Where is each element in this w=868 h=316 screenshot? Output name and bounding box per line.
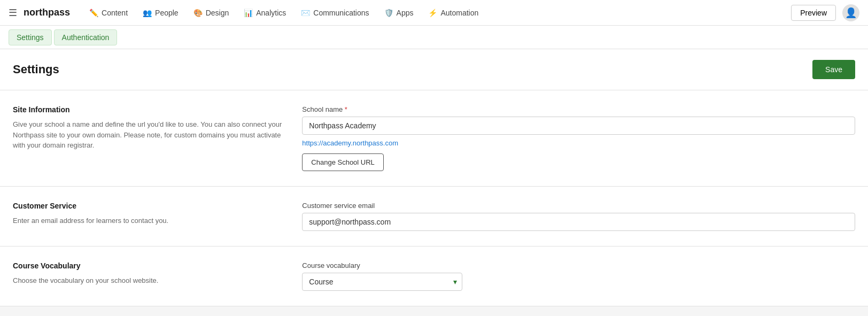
subnav-item-authentication[interactable]: Authentication [54, 29, 118, 45]
site-info-right: School name * https://academy.northpass.… [302, 105, 855, 171]
course-vocab-desc: Choose the vocabulary on your school web… [13, 275, 289, 286]
course-vocab-title: Course Vocabulary [13, 261, 289, 270]
nav-item-apps[interactable]: 🛡️ Apps [378, 5, 420, 20]
sub-nav: Settings Authentication [0, 26, 868, 49]
top-nav: ☰ northpass ✏️ Content 👥 People 🎨 Design… [0, 0, 868, 26]
customer-service-section: Customer Service Enter an email address … [0, 187, 868, 246]
subnav-authentication-label: Authentication [62, 33, 110, 42]
course-vocabulary-section: Course Vocabulary Choose the vocabulary … [0, 246, 868, 306]
communications-icon: ✉️ [301, 9, 310, 17]
nav-item-automation-label: Automation [440, 9, 478, 17]
site-info-left: Site Information Give your school a name… [13, 105, 289, 171]
user-avatar[interactable]: 👤 [842, 4, 859, 21]
customer-service-desc: Enter an email address for learners to c… [13, 215, 289, 226]
preview-button[interactable]: Preview [791, 5, 836, 21]
course-vocabulary-select[interactable]: Course Class Training Program [302, 273, 462, 291]
automation-icon: ⚡ [428, 9, 437, 17]
site-information-section: Site Information Give your school a name… [0, 90, 868, 187]
nav-item-analytics[interactable]: 📊 Analytics [237, 5, 292, 20]
school-url-link[interactable]: https://academy.northpass.com [302, 139, 855, 147]
nav-item-people-label: People [155, 9, 179, 17]
page-title: Settings [13, 63, 59, 76]
logo: northpass [24, 7, 70, 18]
nav-item-content-label: Content [102, 9, 128, 17]
save-button[interactable]: Save [812, 60, 855, 79]
customer-email-label: Customer service email [302, 202, 855, 210]
customer-service-right: Customer service email [302, 202, 855, 231]
course-vocab-label: Course vocabulary [302, 261, 855, 269]
apps-icon: 🛡️ [384, 9, 393, 17]
page-content: Settings Save Site Information Give your… [0, 49, 868, 306]
nav-item-content[interactable]: ✏️ Content [83, 5, 134, 20]
analytics-icon: 📊 [244, 9, 253, 17]
nav-item-design-label: Design [206, 9, 229, 17]
customer-service-title: Customer Service [13, 202, 289, 210]
design-icon: 🎨 [193, 9, 203, 17]
hamburger-icon[interactable]: ☰ [9, 7, 17, 19]
nav-item-communications[interactable]: ✉️ Communications [294, 5, 375, 20]
site-info-title: Site Information [13, 105, 289, 114]
user-icon: 👤 [845, 7, 857, 19]
subnav-item-settings[interactable]: Settings [9, 29, 52, 45]
change-school-url-button[interactable]: Change School URL [302, 153, 384, 171]
school-name-label: School name * [302, 105, 855, 113]
customer-service-left: Customer Service Enter an email address … [13, 202, 289, 231]
course-vocab-left: Course Vocabulary Choose the vocabulary … [13, 261, 289, 291]
nav-item-apps-label: Apps [397, 9, 414, 17]
site-info-desc: Give your school a name and define the u… [13, 119, 289, 151]
content-icon: ✏️ [89, 9, 98, 17]
course-vocab-select-wrapper: Course Class Training Program ▾ [302, 273, 462, 291]
nav-item-communications-label: Communications [313, 9, 369, 17]
course-vocab-right: Course vocabulary Course Class Training … [302, 261, 855, 291]
nav-item-design[interactable]: 🎨 Design [187, 5, 236, 20]
customer-service-email-input[interactable] [302, 213, 855, 231]
nav-item-people[interactable]: 👥 People [136, 5, 185, 20]
nav-items: ✏️ Content 👥 People 🎨 Design 📊 Analytics… [83, 5, 791, 20]
logo-text: northpass [24, 7, 70, 18]
required-indicator: * [345, 105, 347, 113]
page-header: Settings Save [0, 49, 868, 90]
nav-item-automation[interactable]: ⚡ Automation [422, 5, 485, 20]
subnav-settings-label: Settings [17, 33, 44, 42]
nav-right: Preview 👤 [791, 4, 859, 21]
school-name-input[interactable] [302, 117, 855, 135]
people-icon: 👥 [143, 9, 152, 17]
nav-item-analytics-label: Analytics [256, 9, 286, 17]
